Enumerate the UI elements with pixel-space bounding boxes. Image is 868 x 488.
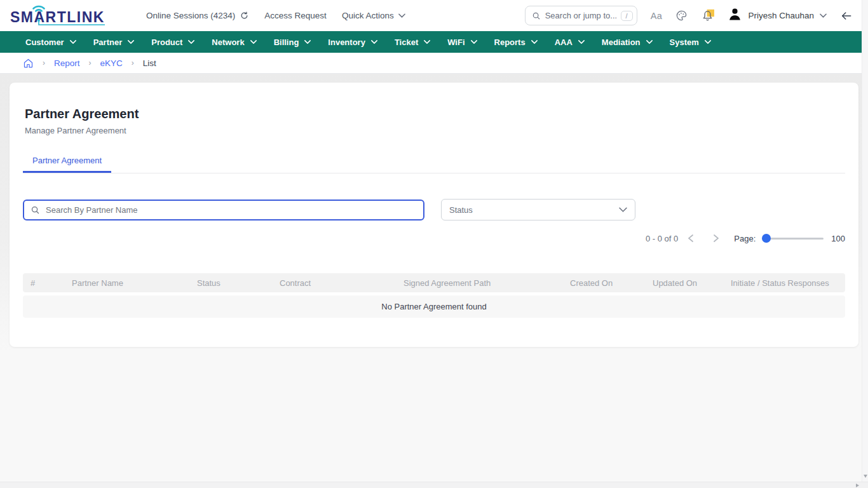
chevron-down-icon	[619, 207, 627, 212]
partner-search-input[interactable]	[46, 205, 417, 215]
nav-item-label: Mediation	[602, 37, 641, 47]
chevron-down-icon	[304, 40, 311, 44]
horizontal-scrollbar[interactable]	[0, 482, 868, 488]
nav-item-product[interactable]: Product	[151, 37, 194, 47]
filter-row: Status	[23, 199, 845, 220]
notifications-bell-icon[interactable]	[701, 9, 714, 22]
refresh-icon[interactable]	[240, 11, 249, 20]
chevron-left-icon	[688, 234, 693, 242]
breadcrumb-current: List	[143, 58, 156, 68]
nav-item-label: Reports	[494, 37, 526, 47]
column-header: Partner Name	[64, 278, 189, 288]
user-name: Priyesh Chauhan	[748, 11, 814, 20]
pagination: 0 - 0 of 0 Page: 100	[23, 231, 845, 245]
nav-item-label: WiFi	[447, 37, 465, 47]
pagination-next-button[interactable]	[703, 234, 729, 242]
smartlink-logo[interactable]: SMARTLINK	[8, 2, 111, 30]
page-title: Partner Agreement	[25, 107, 845, 121]
status-select-value: Status	[449, 205, 473, 215]
search-shortcut-badge: /	[621, 11, 633, 21]
column-header: Contract	[272, 278, 396, 288]
text-size-toggle[interactable]: Aa	[651, 11, 663, 21]
access-request-label: Access Request	[264, 11, 327, 20]
chevron-down-icon	[471, 40, 477, 44]
nav-item-label: System	[670, 37, 699, 47]
nav-item-system[interactable]: System	[670, 37, 711, 47]
nav-item-customer[interactable]: Customer	[25, 37, 76, 47]
chevron-down-icon	[646, 40, 653, 44]
chevron-down-icon	[531, 40, 538, 44]
breadcrumb-separator: ›	[43, 58, 45, 67]
smartlink-logo-icon: SMARTLINK	[8, 2, 111, 27]
nav-item-wifi[interactable]: WiFi	[447, 37, 477, 47]
nav-item-label: AAA	[555, 37, 573, 47]
nav-item-label: Network	[212, 37, 244, 47]
page-size-label: Page:	[734, 234, 756, 243]
nav-item-label: Inventory	[328, 37, 365, 47]
chevron-down-icon	[705, 40, 711, 44]
slider-track	[762, 238, 824, 240]
header-left-menu: Online Sessions (4234) Access Request Qu…	[146, 11, 405, 20]
breadcrumb-separator: ›	[132, 58, 134, 67]
column-header: Updated On	[645, 278, 723, 288]
main-content: Partner Agreement Manage Partner Agreeme…	[0, 74, 868, 488]
tab-bar: Partner Agreement	[23, 151, 845, 173]
column-header: Initiate / Status Responses	[723, 278, 845, 288]
chevron-down-icon	[128, 40, 134, 44]
table-empty-message: No Partner Agreement found	[23, 295, 845, 318]
nav-item-network[interactable]: Network	[212, 37, 256, 47]
chevron-down-icon	[398, 13, 405, 18]
scroll-down-arrow-icon[interactable]	[864, 475, 867, 478]
svg-text:SMARTLINK: SMARTLINK	[10, 9, 105, 25]
partner-agreement-card: Partner Agreement Manage Partner Agreeme…	[10, 83, 858, 347]
tab-partner-agreement[interactable]: Partner Agreement	[23, 151, 111, 173]
page-size-slider[interactable]	[762, 234, 824, 243]
chevron-down-icon	[371, 40, 377, 44]
chevron-right-icon	[714, 234, 719, 242]
online-sessions-label: Online Sessions (4234)	[146, 11, 235, 20]
chevron-down-icon	[250, 40, 257, 44]
theme-palette-icon[interactable]	[675, 10, 688, 22]
search-icon	[31, 205, 40, 215]
breadcrumb-link-report[interactable]: Report	[54, 58, 80, 68]
main-nav: CustomerPartnerProductNetworkBillingInve…	[0, 31, 868, 53]
back-arrow-icon[interactable]	[840, 10, 853, 22]
chevron-down-icon	[578, 40, 585, 44]
nav-item-partner[interactable]: Partner	[93, 37, 135, 47]
quick-actions-label: Quick Actions	[342, 11, 394, 20]
vertical-scrollbar[interactable]	[862, 0, 868, 482]
status-select[interactable]: Status	[441, 199, 635, 220]
breadcrumb-link-ekyc[interactable]: eKYC	[100, 58, 123, 68]
user-menu[interactable]: Priyesh Chauhan	[728, 7, 827, 24]
nav-item-aaa[interactable]: AAA	[555, 37, 585, 47]
nav-item-label: Customer	[25, 37, 64, 47]
scroll-right-arrow-icon[interactable]	[856, 484, 859, 487]
column-header: Signed Agreement Path	[396, 278, 562, 288]
access-request-link[interactable]: Access Request	[264, 11, 327, 20]
breadcrumb: ›Report›eKYC›List	[0, 53, 868, 74]
nav-item-mediation[interactable]: Mediation	[602, 37, 653, 47]
nav-item-label: Ticket	[395, 37, 418, 47]
breadcrumb-separator: ›	[89, 58, 92, 67]
global-search-input[interactable]	[545, 11, 616, 20]
nav-item-inventory[interactable]: Inventory	[328, 37, 377, 47]
nav-item-billing[interactable]: Billing	[274, 37, 311, 47]
header-right-menu: / Aa Priyesh Chauhan	[525, 6, 853, 25]
column-header: #	[23, 278, 64, 288]
pagination-prev-button[interactable]	[678, 234, 703, 242]
nav-item-ticket[interactable]: Ticket	[395, 37, 430, 47]
avatar	[728, 7, 742, 24]
chevron-down-icon	[188, 40, 194, 44]
nav-item-label: Billing	[274, 37, 299, 47]
nav-item-reports[interactable]: Reports	[494, 37, 538, 47]
table-header-row: #Partner NameStatusContractSigned Agreem…	[23, 273, 845, 292]
page-subtitle: Manage Partner Agreement	[25, 126, 845, 135]
partner-search[interactable]	[23, 200, 424, 220]
page-size-value: 100	[831, 234, 845, 243]
global-search[interactable]: /	[525, 6, 637, 25]
slider-thumb[interactable]	[762, 234, 771, 243]
chevron-down-icon	[820, 13, 827, 18]
quick-actions-menu[interactable]: Quick Actions	[342, 11, 405, 20]
home-icon[interactable]	[23, 58, 34, 69]
online-sessions[interactable]: Online Sessions (4234)	[146, 11, 249, 20]
